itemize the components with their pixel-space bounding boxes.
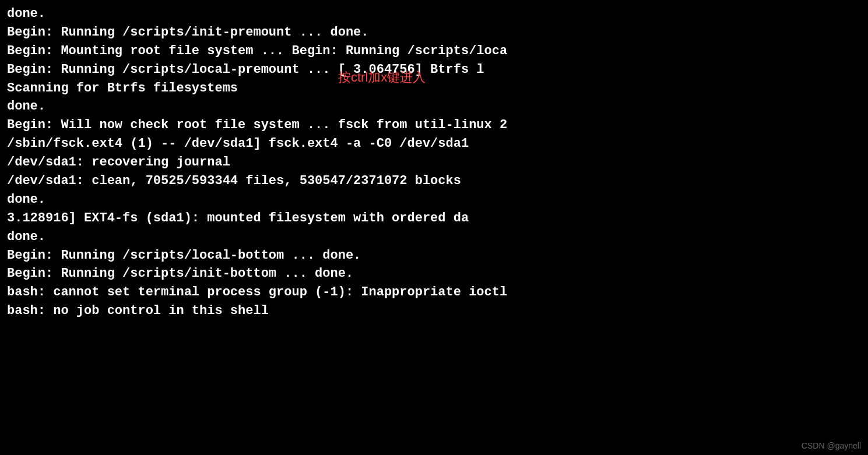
- terminal-line: Scanning for Btrfs filesystems: [7, 79, 861, 98]
- terminal-line: /dev/sda1: recovering journal: [7, 153, 861, 172]
- terminal-line: Begin: Running /scripts/init-bottom ... …: [7, 264, 861, 283]
- terminal-line: Begin: Mounting root file system ... Beg…: [7, 42, 861, 61]
- terminal-line: Begin: Will now check root file system .…: [7, 116, 861, 135]
- terminal-line: done.: [7, 191, 861, 209]
- terminal-line: Begin: Running /scripts/local-premount .…: [7, 61, 861, 79]
- terminal-line: 3.128916] EXT4-fs (sda1): mounted filesy…: [7, 209, 861, 228]
- terminal-line: Begin: Running /scripts/local-bottom ...…: [7, 246, 861, 265]
- annotation-label: 按ctrl加x键进入: [338, 69, 426, 86]
- terminal-output: done.Begin: Running /scripts/init-premou…: [7, 5, 861, 320]
- terminal-line: done.: [7, 5, 861, 23]
- terminal-line: bash: cannot set terminal process group …: [7, 283, 861, 302]
- terminal-line: /dev/sda1: clean, 70525/593344 files, 53…: [7, 172, 861, 191]
- watermark: CSDN @gaynell: [802, 441, 861, 450]
- terminal-line: bash: no job control in this shell: [7, 302, 861, 320]
- terminal-line: Begin: Running /scripts/init-premount ..…: [7, 23, 861, 42]
- terminal-line: done.: [7, 97, 861, 116]
- terminal-line: done.: [7, 228, 861, 246]
- terminal-line: /sbin/fsck.ext4 (1) -- /dev/sda1] fsck.e…: [7, 135, 861, 153]
- terminal-window: done.Begin: Running /scripts/init-premou…: [0, 0, 868, 455]
